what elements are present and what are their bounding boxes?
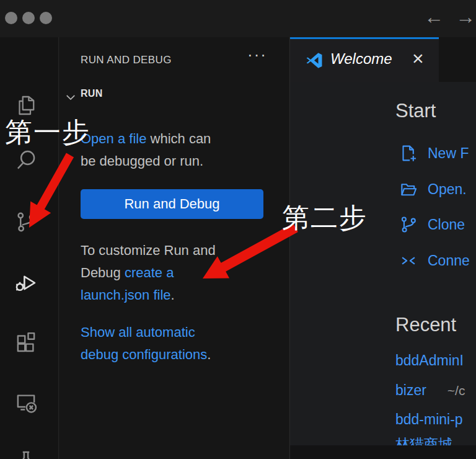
tab-label: Welcome	[330, 50, 392, 68]
chevron-down-icon[interactable]	[64, 91, 77, 104]
title-bar: ← →	[0, 0, 476, 37]
remote-connect-icon	[398, 250, 419, 271]
testing-icon[interactable]	[13, 447, 39, 459]
show-all-configurations-link[interactable]: Show all automatic debug configurations	[81, 324, 207, 362]
navigate-forward-icon[interactable]: →	[456, 5, 475, 29]
vscode-logo-icon	[305, 51, 324, 69]
start-item-new-file[interactable]: New F	[398, 141, 469, 166]
start-heading: Start	[395, 100, 436, 122]
extensions-icon[interactable]	[13, 329, 39, 355]
start-item-open[interactable]: Open.	[398, 177, 467, 202]
minimize-window-button[interactable]	[22, 12, 35, 24]
customize-post-text: .	[171, 287, 175, 303]
start-item-clone[interactable]: Clone	[398, 212, 465, 237]
recent-item[interactable]: bizer~/c	[395, 382, 465, 401]
step1-annotation: 第一步	[5, 114, 90, 151]
new-file-icon	[398, 143, 419, 164]
recent-item-path: ~/c	[447, 383, 465, 398]
tab-welcome[interactable]: Welcome ×	[290, 37, 439, 82]
open-file-paragraph: Open a file which can be debugged or run…	[81, 128, 274, 172]
navigate-back-icon[interactable]: ←	[424, 5, 444, 29]
editor-bottom-strip	[290, 445, 476, 459]
more-actions-icon[interactable]: ···	[247, 45, 267, 65]
show-all-paragraph: Show all automatic debug configurations.	[81, 321, 274, 366]
maximize-window-button[interactable]	[40, 12, 52, 24]
close-window-button[interactable]	[5, 12, 17, 24]
sidebar-title: RUN AND DEBUG	[81, 54, 172, 66]
source-control-icon[interactable]	[13, 209, 39, 235]
welcome-page: Start New F Open.	[290, 82, 476, 445]
close-tab-icon[interactable]: ×	[412, 47, 424, 70]
remote-explorer-icon[interactable]	[13, 390, 39, 416]
git-clone-icon	[398, 214, 419, 235]
recent-item-name[interactable]: 林猎商城	[395, 436, 452, 445]
run-section-header[interactable]: RUN	[81, 88, 103, 99]
run-and-debug-icon[interactable]	[13, 270, 39, 296]
search-icon[interactable]	[13, 147, 39, 173]
run-and-debug-sidebar: RUN AND DEBUG ··· RUN Open a file which …	[60, 37, 289, 459]
step2-annotation: 第二步	[282, 200, 368, 236]
recent-item[interactable]: 林猎商城	[395, 435, 452, 445]
recent-item-name[interactable]: bdd-mini-p	[395, 411, 463, 427]
activity-bar	[0, 37, 59, 459]
start-item-label: Clone	[428, 216, 465, 233]
recent-item[interactable]: bdd-mini-p	[395, 411, 463, 430]
recent-item-name[interactable]: bddAdminI	[395, 352, 464, 368]
editor-group: Welcome × Start New F Open.	[289, 37, 476, 459]
start-item-label: Open.	[428, 181, 467, 198]
start-item-label: Conne	[428, 252, 470, 269]
recent-item-name[interactable]: bizer	[395, 382, 426, 398]
show-all-post-text: .	[207, 347, 211, 362]
vscode-window: ← →	[0, 0, 476, 459]
start-item-connect[interactable]: Conne	[398, 248, 470, 273]
customize-paragraph: To customize Run and Debug create a laun…	[81, 239, 274, 306]
recent-heading: Recent	[395, 314, 456, 336]
start-item-label: New F	[428, 145, 469, 162]
open-folder-icon	[398, 179, 419, 200]
recent-item[interactable]: bddAdminI	[395, 352, 464, 371]
run-and-debug-button[interactable]: Run and Debug	[81, 189, 263, 219]
